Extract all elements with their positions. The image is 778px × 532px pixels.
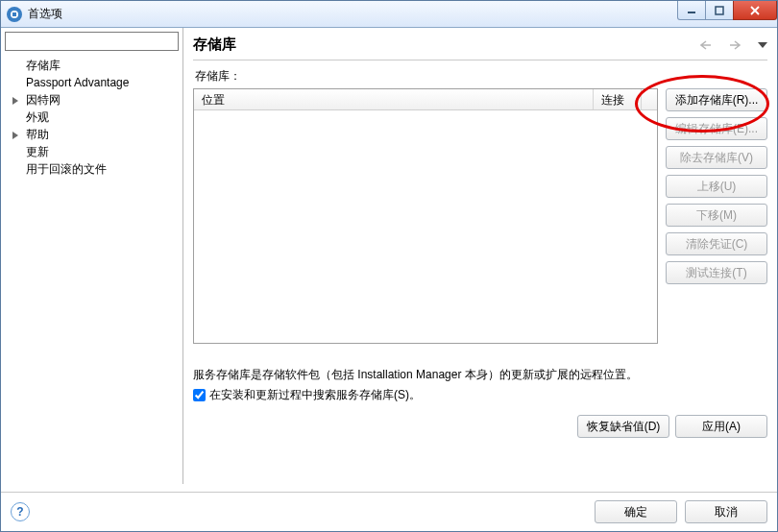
repository-table: 位置 连接 <box>193 88 658 344</box>
tree-label: 外观 <box>26 109 49 126</box>
ok-button[interactable]: 确定 <box>595 500 677 523</box>
tree-item-appearance[interactable]: 外观 <box>5 109 179 126</box>
titlebar: 首选项 <box>1 1 777 28</box>
app-icon <box>7 7 22 22</box>
cancel-button[interactable]: 取消 <box>685 500 767 523</box>
search-checkbox[interactable] <box>193 389 206 401</box>
tree-item-help[interactable]: 帮助 <box>5 126 179 143</box>
preference-tree: 存储库 Passport Advantage 因特网 外观 帮助 更新 用于回滚… <box>5 57 179 480</box>
close-button[interactable] <box>733 1 777 20</box>
chevron-right-icon[interactable] <box>12 94 21 104</box>
tree-label: 因特网 <box>26 92 61 109</box>
column-connection[interactable]: 连接 <box>594 89 642 109</box>
svg-rect-3 <box>716 7 723 14</box>
chevron-right-icon[interactable] <box>12 129 21 138</box>
edit-repository-button[interactable]: 编辑存储库(E)... <box>666 117 767 140</box>
back-icon[interactable] <box>700 39 719 51</box>
tree-item-repositories[interactable]: 存储库 <box>5 57 179 74</box>
move-down-button[interactable]: 下移(M) <box>666 204 767 227</box>
filter-input[interactable] <box>5 32 179 51</box>
svg-marker-7 <box>12 132 18 139</box>
column-spacer <box>642 89 657 109</box>
apply-button[interactable]: 应用(A) <box>675 415 767 438</box>
tree-label: 存储库 <box>26 58 61 74</box>
tree-item-internet[interactable]: 因特网 <box>5 91 179 109</box>
minimize-button[interactable] <box>677 1 706 20</box>
section-label: 存储库： <box>195 68 767 85</box>
tree-item-update[interactable]: 更新 <box>5 143 179 160</box>
forward-icon[interactable] <box>729 39 748 51</box>
search-checkbox-row[interactable]: 在安装和更新过程中搜索服务存储库(S)。 <box>193 387 767 403</box>
tree-label: 帮助 <box>26 127 49 143</box>
sidebar: 存储库 Passport Advantage 因特网 外观 帮助 更新 用于回滚… <box>1 28 183 484</box>
add-repository-button[interactable]: 添加存储库(R)... <box>666 88 767 111</box>
tree-item-passport[interactable]: Passport Advantage <box>5 74 179 91</box>
tree-label: Passport Advantage <box>26 76 129 89</box>
restore-defaults-button[interactable]: 恢复缺省值(D) <box>577 415 669 438</box>
page-title: 存储库 <box>193 36 700 54</box>
maximize-button[interactable] <box>705 1 734 20</box>
menu-dropdown-icon[interactable] <box>758 40 767 50</box>
svg-rect-1 <box>12 12 16 16</box>
svg-marker-6 <box>12 97 18 105</box>
remove-repository-button[interactable]: 除去存储库(V) <box>666 146 767 169</box>
column-location[interactable]: 位置 <box>194 89 594 109</box>
description-text: 服务存储库是存储软件包（包括 Installation Manager 本身）的… <box>193 367 767 383</box>
test-connection-button[interactable]: 测试连接(T) <box>666 261 767 284</box>
table-body[interactable] <box>194 110 657 343</box>
checkbox-label: 在安装和更新过程中搜索服务存储库(S)。 <box>209 387 421 403</box>
svg-marker-8 <box>758 42 767 48</box>
tree-item-rollback[interactable]: 用于回滚的文件 <box>5 160 179 178</box>
clear-credentials-button[interactable]: 清除凭证(C) <box>666 232 767 255</box>
window-title: 首选项 <box>28 6 62 22</box>
move-up-button[interactable]: 上移(U) <box>666 175 767 198</box>
tree-label: 用于回滚的文件 <box>26 161 107 178</box>
help-icon[interactable]: ? <box>11 502 30 521</box>
tree-label: 更新 <box>26 144 49 160</box>
